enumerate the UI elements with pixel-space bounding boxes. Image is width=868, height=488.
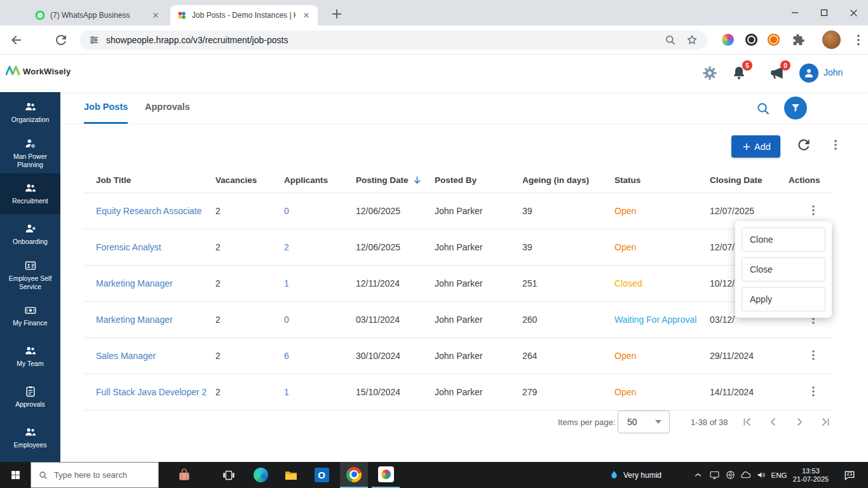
search-icon[interactable] <box>756 101 771 116</box>
col-header-posting-date[interactable]: Posting Date <box>356 175 435 186</box>
address-bar[interactable]: showpeople.hrapp.co/v3/recruitment/job-p… <box>79 30 707 50</box>
job-title-link[interactable]: Full Stack Java Developer 2 <box>96 387 207 397</box>
col-header-status[interactable]: Status <box>614 175 710 185</box>
taskbar-app-chrome[interactable] <box>340 462 368 488</box>
task-view-button[interactable] <box>215 462 243 488</box>
closing-date-cell: 29/11/2024 <box>710 351 789 361</box>
tab-job-posts[interactable]: Job Posts <box>84 92 128 124</box>
browser-profile-avatar[interactable] <box>822 30 841 49</box>
workwisely-logo[interactable]: WorkWisely <box>5 64 71 79</box>
tray-volume-icon[interactable] <box>754 462 770 488</box>
tray-display-icon[interactable] <box>707 462 722 488</box>
row-actions-kebab-icon[interactable] <box>806 384 820 398</box>
refresh-icon[interactable] <box>796 137 815 156</box>
taskbar-search[interactable]: Type here to search <box>31 462 159 488</box>
new-tab-button[interactable] <box>329 6 344 22</box>
filter-button[interactable] <box>784 97 807 119</box>
minimize-button[interactable] <box>780 0 810 25</box>
table-options-kebab-icon[interactable] <box>829 138 843 152</box>
applicants-link[interactable]: 2 <box>284 242 289 252</box>
tray-expand-caret-icon[interactable] <box>690 462 706 488</box>
posted-by-cell: John Parker <box>435 206 522 216</box>
sidebar-item-employee-self-service[interactable]: Employee Self Service <box>0 255 60 295</box>
language-indicator[interactable]: ENG <box>769 462 789 488</box>
maximize-button[interactable] <box>810 0 839 25</box>
sidebar-item-my-team[interactable]: My Team <box>0 336 60 377</box>
col-header-ageing[interactable]: Ageing (in days) <box>522 175 614 185</box>
tab-approvals[interactable]: Approvals <box>145 92 190 122</box>
job-title-link[interactable]: Marketing Manager <box>96 315 173 325</box>
menu-item-apply[interactable]: Apply <box>742 287 825 311</box>
next-page-button[interactable] <box>789 411 810 433</box>
add-button[interactable]: Add <box>731 135 780 158</box>
user-avatar[interactable] <box>799 64 818 83</box>
job-title-link[interactable]: Sales Manager <box>96 351 156 361</box>
bookmark-star-icon[interactable] <box>686 34 698 46</box>
col-header-closing-date[interactable]: Closing Date <box>710 175 789 185</box>
row-actions-kebab-icon[interactable] <box>806 203 820 217</box>
notifications-bell-icon[interactable]: 5 <box>731 65 747 81</box>
applicants-link[interactable]: 0 <box>284 315 289 325</box>
items-per-page-select[interactable]: 50 <box>618 410 670 433</box>
sidebar-item-organization[interactable]: Organization <box>0 92 60 133</box>
windows-taskbar: Type here to search O Very humid <box>0 462 868 488</box>
back-button[interactable] <box>9 32 24 48</box>
job-title-link[interactable]: Marketing Manager <box>96 278 173 288</box>
file-explorer-icon[interactable] <box>277 462 305 488</box>
user-name[interactable]: John <box>824 67 843 78</box>
job-title-link[interactable]: Forensic Analyst <box>96 242 161 252</box>
menu-item-close[interactable]: Close <box>742 257 825 281</box>
taskbar-app-hrapp[interactable] <box>372 462 400 488</box>
last-page-button[interactable] <box>815 411 836 433</box>
previous-page-button[interactable] <box>763 411 783 433</box>
taskbar-app-outlook[interactable]: O <box>308 462 336 488</box>
reload-button[interactable] <box>53 32 69 48</box>
taskbar-app-suitcase[interactable] <box>170 462 198 488</box>
browser-tab-jobposts[interactable]: Job Posts - Demo Instances | H <box>170 5 318 25</box>
table-row: Equity Research Associate 2 0 12/06/2025… <box>84 193 832 229</box>
row-actions-kebab-icon[interactable] <box>806 348 820 362</box>
applicants-link[interactable]: 6 <box>284 351 289 361</box>
sidebar-item-my-finance[interactable]: My Finance <box>0 295 60 336</box>
app-header: WorkWisely 5 0 John <box>0 55 868 92</box>
applicants-link[interactable]: 1 <box>284 278 289 288</box>
clock-time: 13:53 <box>802 467 820 475</box>
sidebar-item-onboarding[interactable]: Onboarding <box>0 214 60 255</box>
settings-gear-icon[interactable] <box>702 65 718 81</box>
start-button[interactable] <box>0 462 31 488</box>
close-window-button[interactable] <box>839 0 868 25</box>
sidebar-item-approvals[interactable]: Approvals <box>0 377 60 417</box>
applicants-link[interactable]: 0 <box>284 206 289 216</box>
ageing-cell: 264 <box>522 351 614 361</box>
announcements-megaphone-icon[interactable]: 0 <box>769 65 785 81</box>
sidebar-item-recruitment[interactable]: Recruitment <box>0 173 60 214</box>
extension-icon-3[interactable] <box>768 34 780 46</box>
tray-onedrive-icon[interactable] <box>738 462 754 488</box>
tray-network-icon[interactable] <box>722 462 738 488</box>
taskbar-clock[interactable]: 13:53 21-07-2025 <box>788 462 834 488</box>
taskbar-weather[interactable]: Very humid <box>609 462 661 488</box>
close-tab-icon[interactable] <box>151 10 161 20</box>
first-page-button[interactable] <box>737 411 757 433</box>
action-center-icon[interactable]: 21 <box>836 462 863 488</box>
sidebar-item-man-power-planning[interactable]: Man Power Planning <box>0 133 60 173</box>
col-header-applicants[interactable]: Applicants <box>284 175 356 185</box>
extension-icon-1[interactable] <box>722 34 734 46</box>
site-settings-icon[interactable] <box>88 34 100 46</box>
status-text: Open <box>614 351 710 361</box>
close-tab-icon[interactable] <box>301 10 311 20</box>
col-header-vacancies[interactable]: Vacancies <box>215 175 284 185</box>
taskbar-app-edge[interactable] <box>247 462 275 488</box>
menu-item-clone[interactable]: Clone <box>742 227 825 252</box>
browser-tab-whatsapp[interactable]: (7) WhatsApp Business <box>29 5 167 25</box>
sort-desc-arrow-icon[interactable] <box>412 175 423 186</box>
applicants-link[interactable]: 1 <box>284 387 289 397</box>
browser-menu-icon[interactable] <box>851 32 866 48</box>
col-header-job-title[interactable]: Job Title <box>84 175 215 185</box>
job-title-link[interactable]: Equity Research Associate <box>96 206 202 216</box>
search-in-page-icon[interactable] <box>664 34 677 46</box>
extension-icon-2[interactable] <box>745 34 757 46</box>
extensions-puzzle-icon[interactable] <box>790 32 806 48</box>
col-header-posted-by[interactable]: Posted By <box>435 175 522 185</box>
sidebar-item-employees[interactable]: Employees <box>0 417 60 458</box>
